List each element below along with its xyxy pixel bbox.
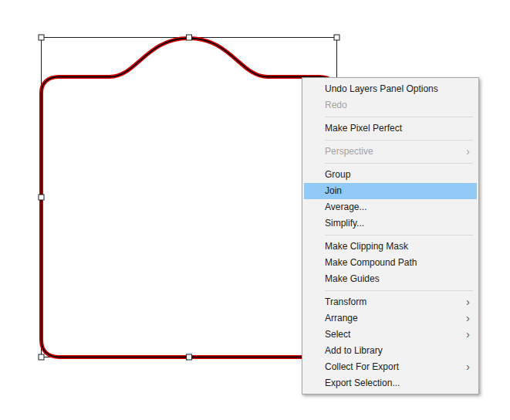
selection-handle[interactable] — [39, 354, 44, 360]
menu-item-simplify[interactable]: Simplify... — [304, 215, 477, 232]
shape-path-selection-outline — [42, 39, 337, 357]
menu-item-undo[interactable]: Undo Layers Panel Options — [304, 81, 477, 97]
menu-item-label: Collect For Export — [325, 361, 399, 372]
menu-item-label: Add to Library — [325, 345, 383, 356]
menu-item-label: Redo — [325, 100, 347, 110]
menu-item-arrange[interactable]: Arrange › — [304, 310, 477, 327]
menu-item-select[interactable]: Select › — [304, 327, 477, 343]
submenu-arrow-icon: › — [466, 358, 470, 374]
menu-item-label: Arrange — [325, 313, 358, 323]
menu-item-redo[interactable]: Redo — [304, 97, 477, 113]
menu-item-label: Average... — [325, 202, 366, 212]
selection-handle[interactable] — [39, 195, 44, 200]
menu-item-label: Perspective — [325, 146, 373, 157]
menu-item-collect-for-export[interactable]: Collect For Export › — [304, 359, 477, 375]
selection-handle[interactable] — [39, 35, 44, 40]
submenu-arrow-icon: › — [466, 143, 470, 159]
menu-item-label: Export Selection... — [325, 378, 400, 388]
illustrator-artboard[interactable]: Undo Layers Panel Options Redo Make Pixe… — [0, 0, 510, 420]
menu-separator — [325, 163, 473, 164]
menu-item-export-selection[interactable]: Export Selection... — [304, 375, 477, 391]
menu-item-add-to-library[interactable]: Add to Library — [304, 343, 477, 359]
selection-handle[interactable] — [334, 35, 339, 40]
menu-separator — [325, 117, 473, 117]
selection-handle[interactable] — [187, 354, 192, 360]
menu-item-perspective[interactable]: Perspective › — [304, 144, 477, 160]
menu-item-average[interactable]: Average... — [304, 199, 477, 215]
menu-item-label: Select — [325, 329, 350, 340]
menu-item-label: Simplify... — [325, 218, 364, 229]
menu-separator — [325, 235, 473, 235]
menu-item-make-compound-path[interactable]: Make Compound Path — [304, 255, 477, 271]
menu-item-make-guides[interactable]: Make Guides — [304, 271, 477, 287]
selection-handle[interactable] — [187, 35, 192, 40]
menu-item-label: Make Pixel Perfect — [325, 123, 402, 134]
shape-path[interactable] — [42, 39, 337, 357]
menu-item-label: Undo Layers Panel Options — [325, 83, 438, 94]
menu-item-join[interactable]: Join — [304, 183, 477, 199]
context-menu: Undo Layers Panel Options Redo Make Pixe… — [302, 77, 479, 395]
menu-item-label: Make Clipping Mask — [325, 241, 408, 252]
submenu-arrow-icon: › — [466, 310, 470, 326]
menu-item-label: Make Compound Path — [325, 257, 417, 268]
menu-item-label: Join — [325, 185, 342, 196]
submenu-arrow-icon: › — [466, 293, 470, 310]
menu-item-group[interactable]: Group — [304, 167, 477, 183]
menu-item-label: Group — [325, 169, 350, 180]
menu-item-make-clipping-mask[interactable]: Make Clipping Mask — [304, 239, 477, 255]
menu-item-make-pixel-perfect[interactable]: Make Pixel Perfect — [304, 120, 477, 137]
menu-item-label: Transform — [325, 296, 366, 307]
menu-separator — [325, 140, 473, 141]
selection-bounding-box — [42, 38, 337, 357]
menu-separator — [325, 290, 473, 291]
submenu-arrow-icon: › — [466, 326, 470, 342]
menu-item-transform[interactable]: Transform › — [304, 294, 477, 310]
menu-item-label: Make Guides — [325, 273, 380, 284]
